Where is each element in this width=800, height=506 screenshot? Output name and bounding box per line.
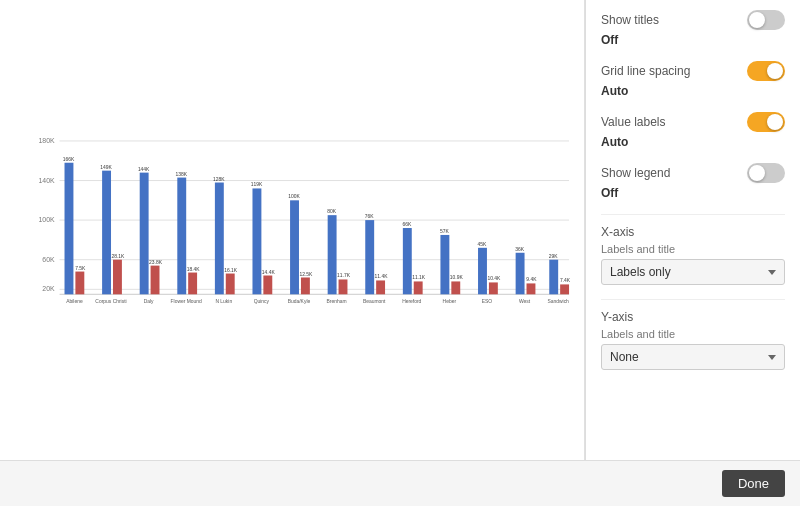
svg-text:Beaumont: Beaumont: [363, 299, 386, 304]
svg-text:166K: 166K: [63, 157, 75, 162]
svg-text:45K: 45K: [478, 242, 487, 247]
bar-chart: 180K 140K 100K 60K 20K 166K 7.5K Abilene…: [20, 120, 574, 340]
divider-2: [601, 299, 785, 300]
x-axis-label: X-axis: [601, 225, 785, 239]
svg-rect-51: [365, 220, 374, 294]
svg-text:Sandwich: Sandwich: [547, 299, 569, 304]
svg-text:Flower Mound: Flower Mound: [171, 299, 203, 304]
svg-rect-53: [376, 280, 385, 294]
divider-1: [601, 214, 785, 215]
svg-rect-61: [440, 235, 449, 294]
svg-rect-68: [489, 282, 498, 294]
value-labels-knob: [767, 114, 783, 130]
svg-text:60K: 60K: [42, 256, 55, 263]
svg-text:57K: 57K: [440, 229, 449, 234]
chart-panel: 180K 140K 100K 60K 20K 166K 7.5K Abilene…: [0, 0, 585, 460]
svg-rect-23: [151, 266, 160, 295]
svg-rect-46: [328, 215, 337, 294]
svg-text:Heber: Heber: [443, 299, 457, 304]
svg-text:Quincy: Quincy: [254, 299, 270, 304]
svg-text:100K: 100K: [38, 216, 55, 223]
svg-rect-38: [263, 276, 272, 295]
grid-line-label: Grid line spacing: [601, 64, 690, 78]
svg-text:9.4K: 9.4K: [526, 277, 537, 282]
svg-rect-28: [188, 273, 197, 295]
svg-text:180K: 180K: [38, 137, 55, 144]
value-labels-value: Auto: [601, 135, 785, 149]
svg-rect-71: [516, 253, 525, 295]
svg-rect-21: [140, 173, 149, 295]
svg-text:Buda/Kyle: Buda/Kyle: [288, 299, 311, 304]
svg-text:10.9K: 10.9K: [450, 275, 464, 280]
y-axis-select[interactable]: None Labels only Labels and title: [601, 344, 785, 370]
x-axis-row: X-axis Labels and title Labels only Labe…: [601, 225, 785, 285]
show-legend-label: Show legend: [601, 166, 670, 180]
svg-rect-66: [478, 248, 487, 294]
svg-text:23.8K: 23.8K: [149, 260, 163, 265]
svg-text:12.5K: 12.5K: [299, 272, 313, 277]
x-axis-sub-label: Labels and title: [601, 243, 785, 255]
svg-text:11.1K: 11.1K: [412, 275, 426, 280]
value-labels-row: Value labels Auto: [601, 112, 785, 149]
svg-text:11.7K: 11.7K: [337, 273, 351, 278]
svg-text:18.4K: 18.4K: [187, 267, 201, 272]
show-titles-toggle[interactable]: [747, 10, 785, 30]
svg-text:128K: 128K: [213, 177, 225, 182]
svg-text:29K: 29K: [549, 254, 558, 259]
show-titles-value: Off: [601, 33, 785, 47]
show-titles-knob: [749, 12, 765, 28]
show-legend-value: Off: [601, 186, 785, 200]
y-axis-row: Y-axis Labels and title None Labels only…: [601, 310, 785, 370]
grid-line-spacing-row: Grid line spacing Auto: [601, 61, 785, 98]
svg-text:ESO: ESO: [482, 299, 493, 304]
svg-text:80K: 80K: [327, 209, 336, 214]
show-legend-toggle[interactable]: [747, 163, 785, 183]
svg-rect-16: [102, 171, 111, 295]
value-labels-toggle[interactable]: [747, 112, 785, 132]
grid-line-toggle[interactable]: [747, 61, 785, 81]
svg-text:100K: 100K: [288, 194, 300, 199]
svg-rect-78: [560, 284, 569, 294]
svg-text:Brenham: Brenham: [327, 299, 347, 304]
svg-text:11.4K: 11.4K: [375, 274, 389, 279]
svg-rect-48: [339, 279, 348, 294]
svg-rect-63: [451, 281, 460, 294]
svg-text:149K: 149K: [100, 165, 112, 170]
svg-text:14.4K: 14.4K: [262, 270, 276, 275]
main-area: 180K 140K 100K 60K 20K 166K 7.5K Abilene…: [0, 0, 800, 460]
done-button[interactable]: Done: [722, 470, 785, 497]
svg-text:Corpus Christi: Corpus Christi: [95, 299, 126, 304]
svg-rect-31: [215, 183, 224, 295]
svg-rect-43: [301, 277, 310, 294]
show-titles-row: Show titles Off: [601, 10, 785, 47]
svg-text:Abilene: Abilene: [66, 299, 83, 304]
x-axis-select[interactable]: Labels only Labels and title None: [601, 259, 785, 285]
chart-container: 180K 140K 100K 60K 20K 166K 7.5K Abilene…: [20, 120, 574, 340]
svg-text:66K: 66K: [402, 222, 411, 227]
show-legend-knob: [749, 165, 765, 181]
svg-text:119K: 119K: [251, 182, 263, 187]
show-titles-label: Show titles: [601, 13, 659, 27]
svg-text:7.5K: 7.5K: [75, 266, 86, 271]
svg-text:Hereford: Hereford: [402, 299, 421, 304]
svg-rect-73: [527, 283, 536, 294]
y-axis-sub-label: Labels and title: [601, 328, 785, 340]
svg-rect-11: [65, 163, 74, 295]
footer: Done: [0, 460, 800, 506]
svg-text:West: West: [519, 299, 531, 304]
y-axis-label: Y-axis: [601, 310, 785, 324]
svg-rect-18: [113, 260, 122, 295]
svg-text:28.1K: 28.1K: [111, 254, 125, 259]
svg-text:Daly: Daly: [144, 299, 154, 304]
svg-text:144K: 144K: [138, 167, 150, 172]
grid-line-knob: [767, 63, 783, 79]
settings-panel: Show titles Off Grid line spacing Auto V…: [585, 0, 800, 460]
svg-rect-76: [549, 260, 558, 295]
svg-text:7.4K: 7.4K: [560, 278, 571, 283]
svg-text:N Lukin: N Lukin: [215, 299, 232, 304]
value-labels-label: Value labels: [601, 115, 666, 129]
svg-text:36K: 36K: [515, 247, 524, 252]
svg-rect-41: [290, 200, 299, 294]
svg-rect-58: [414, 281, 423, 294]
show-legend-row: Show legend Off: [601, 163, 785, 200]
